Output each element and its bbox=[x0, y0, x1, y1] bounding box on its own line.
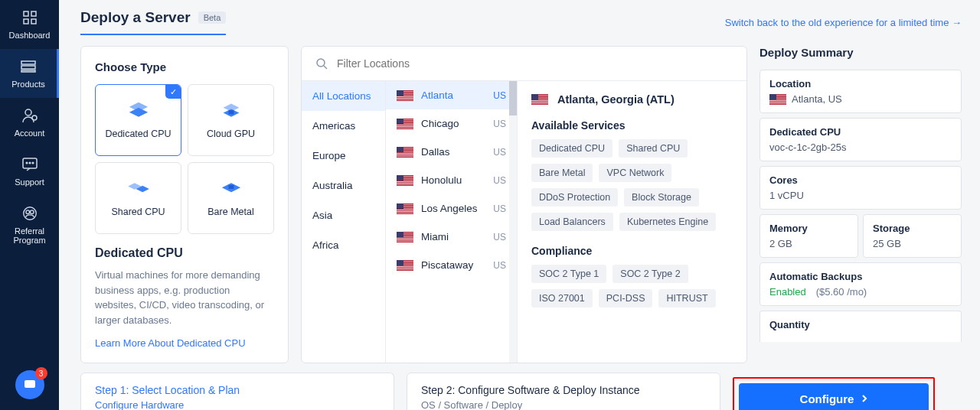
summary-label: Storage bbox=[873, 223, 952, 234]
summary-label: Cores bbox=[769, 174, 952, 186]
support-icon bbox=[21, 156, 38, 173]
summary-value: 1 vCPU bbox=[769, 190, 952, 201]
scrollbar-track bbox=[509, 81, 517, 363]
summary-backups: Automatic Backups Enabled($5.60 /mo) bbox=[760, 262, 962, 306]
sidebar-item-dashboard[interactable]: Dashboard bbox=[0, 0, 59, 49]
svg-rect-16 bbox=[24, 380, 35, 388]
location-card: All Locations Americas Europe Australia … bbox=[301, 46, 747, 363]
city-cc: US bbox=[493, 147, 506, 158]
svg-rect-17 bbox=[228, 110, 234, 114]
flag-icon bbox=[397, 147, 413, 158]
sidebar-label: Support bbox=[15, 177, 44, 187]
flag-icon bbox=[397, 175, 413, 186]
flag-icon bbox=[769, 94, 786, 105]
city-name: Chicago bbox=[421, 118, 459, 129]
summary-plan: Dedicated CPU voc-c-1c-2gb-25s bbox=[760, 118, 962, 161]
choose-type-card: Choose Type Dedicated CPU Cloud GPU Shar… bbox=[80, 46, 289, 363]
svg-point-19 bbox=[317, 59, 325, 67]
city-miami[interactable]: MiamiUS bbox=[386, 223, 517, 251]
configure-label: Configure bbox=[800, 392, 854, 405]
tile-label: Shared CPU bbox=[111, 207, 165, 217]
city-atlanta[interactable]: AtlantaUS bbox=[386, 81, 517, 109]
city-chicago[interactable]: ChicagoUS bbox=[386, 109, 517, 138]
city-piscataway[interactable]: PiscatawayUS bbox=[386, 251, 517, 279]
city-name: Atlanta bbox=[421, 89, 453, 101]
region-europe[interactable]: Europe bbox=[302, 141, 385, 171]
svg-point-13 bbox=[23, 207, 36, 220]
account-icon bbox=[21, 107, 38, 124]
flag-icon bbox=[397, 119, 413, 129]
configure-highlight: Configure bbox=[733, 377, 935, 410]
chip: Shared CPU bbox=[619, 139, 688, 158]
sidebar-label: Referral Program bbox=[0, 226, 59, 245]
svg-rect-3 bbox=[31, 19, 36, 24]
svg-point-8 bbox=[32, 116, 37, 120]
region-australia[interactable]: Australia bbox=[302, 171, 385, 200]
type-description: Virtual machines for more demanding busi… bbox=[95, 268, 274, 327]
region-americas[interactable]: Americas bbox=[302, 111, 385, 141]
tile-label: Cloud GPU bbox=[207, 129, 255, 139]
location-search bbox=[302, 47, 746, 81]
chip: Block Storage bbox=[624, 188, 699, 207]
type-tile-bare-metal[interactable]: Bare Metal bbox=[188, 162, 274, 234]
chip: DDoS Protection bbox=[531, 188, 618, 207]
type-tile-shared-cpu[interactable]: Shared CPU bbox=[95, 162, 181, 234]
svg-point-11 bbox=[29, 162, 31, 164]
scrollbar-thumb[interactable] bbox=[509, 81, 517, 116]
chat-button[interactable]: 3 bbox=[15, 370, 44, 399]
filter-locations-input[interactable] bbox=[337, 57, 733, 70]
chip: HITRUST bbox=[658, 289, 715, 308]
location-detail-title: Atlanta, Georgia (ATL) bbox=[531, 93, 733, 106]
svg-point-14 bbox=[25, 210, 29, 214]
step2-title: Step 2: Configure Software & Deploy Inst… bbox=[421, 384, 706, 396]
chip: PCI-DSS bbox=[599, 289, 653, 308]
city-honolulu[interactable]: HonoluluUS bbox=[386, 166, 517, 194]
city-dallas[interactable]: DallasUS bbox=[386, 138, 517, 166]
type-tile-cloud-gpu[interactable]: Cloud GPU bbox=[188, 84, 274, 156]
region-all[interactable]: All Locations bbox=[302, 81, 385, 111]
type-tile-dedicated-cpu[interactable]: Dedicated CPU bbox=[95, 84, 181, 156]
sidebar-item-referral[interactable]: Referral Program bbox=[0, 196, 59, 254]
svg-point-12 bbox=[32, 162, 34, 164]
beta-badge: Beta bbox=[198, 11, 227, 24]
sidebar-label: Dashboard bbox=[9, 31, 51, 40]
step-2-card[interactable]: Step 2: Configure Software & Deploy Inst… bbox=[407, 373, 720, 410]
sidebar-item-products[interactable]: Products bbox=[0, 49, 59, 98]
step-1-card[interactable]: Step 1: Select Location & Plan Configure… bbox=[80, 373, 394, 410]
summary-price: ($5.60 /mo) bbox=[816, 286, 867, 298]
city-name: Dallas bbox=[421, 146, 450, 158]
configure-button[interactable]: Configure bbox=[739, 383, 929, 410]
city-cc: US bbox=[493, 175, 506, 186]
switch-experience-link[interactable]: Switch back to the old experience for a … bbox=[725, 17, 962, 28]
summary-storage: Storage 25 GB bbox=[863, 214, 962, 258]
city-cc: US bbox=[493, 232, 506, 242]
region-africa[interactable]: Africa bbox=[302, 230, 385, 260]
products-icon bbox=[20, 58, 37, 75]
summary-cores: Cores 1 vCPU bbox=[760, 166, 962, 210]
chip: Bare Metal bbox=[531, 164, 593, 182]
shared-cpu-icon bbox=[125, 179, 152, 199]
bare-metal-icon bbox=[217, 179, 245, 199]
page-title-text: Deploy a Server bbox=[80, 9, 191, 26]
summary-label: Memory bbox=[769, 223, 848, 234]
svg-rect-6 bbox=[21, 70, 35, 72]
dedicated-cpu-icon bbox=[125, 101, 152, 121]
summary-value: 2 GB bbox=[769, 238, 848, 249]
svg-point-15 bbox=[30, 210, 34, 214]
region-asia[interactable]: Asia bbox=[302, 200, 385, 230]
svg-rect-18 bbox=[228, 185, 234, 189]
city-cc: US bbox=[493, 203, 506, 214]
city-name: Miami bbox=[421, 231, 449, 242]
header: Deploy a Server Beta Switch back to the … bbox=[80, 9, 962, 35]
sidebar-item-support[interactable]: Support bbox=[0, 147, 59, 196]
sidebar-item-account[interactable]: Account bbox=[0, 98, 59, 147]
step1-title: Step 1: Select Location & Plan bbox=[95, 384, 380, 396]
sidebar-label: Account bbox=[15, 129, 45, 138]
summary-location: Location Atlanta, US bbox=[760, 70, 962, 113]
learn-more-link[interactable]: Learn More About Dedicated CPU bbox=[95, 337, 246, 349]
type-section-title: Dedicated CPU bbox=[95, 246, 274, 260]
summary-memory: Memory 2 GB bbox=[760, 214, 858, 258]
compliance-chips: SOC 2 Type 1 SOC 2 Type 2 ISO 27001 PCI-… bbox=[531, 265, 733, 308]
configure-wrap: Configure bbox=[733, 373, 935, 410]
city-los-angeles[interactable]: Los AngelesUS bbox=[386, 194, 517, 223]
